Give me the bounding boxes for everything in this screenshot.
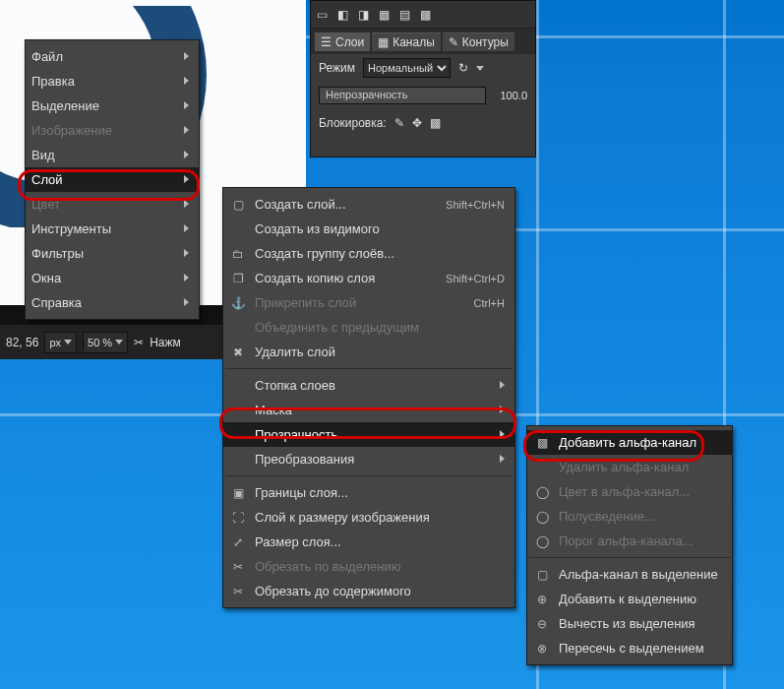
mode-label: Режим bbox=[319, 61, 355, 75]
bounds-icon: ▣ bbox=[229, 484, 247, 502]
tool-icon[interactable]: ▩ bbox=[420, 8, 431, 22]
dock-toolbar: ▭ ◧ ◨ ▦ ▤ ▩ bbox=[311, 1, 535, 29]
menu-windows[interactable]: Окна bbox=[26, 266, 199, 290]
duplicate-icon: ❐ bbox=[229, 270, 247, 287]
layer-crop-content[interactable]: ✂Обрезать до содержимого bbox=[223, 579, 514, 603]
selection-intersect-icon: ⊗ bbox=[533, 640, 551, 658]
menu-help[interactable]: Справка bbox=[26, 290, 199, 315]
layer-stack[interactable]: Стопка слоев bbox=[223, 373, 514, 398]
layer-new-group[interactable]: 🗀Создать группу слоёв... bbox=[223, 241, 514, 266]
scale-icon: ⤢ bbox=[229, 533, 247, 551]
layer-new[interactable]: ▢Создать слой...Shift+Ctrl+N bbox=[223, 192, 514, 217]
zoom-select[interactable]: 50 % bbox=[83, 332, 128, 353]
dock-tabs: ☰Слои ▦Каналы ✎Контуры bbox=[311, 29, 535, 54]
layers-icon: ☰ bbox=[321, 35, 332, 49]
submenu-arrow-icon bbox=[184, 52, 189, 60]
alpha-to-selection[interactable]: ▢Альфа-канал в выделение bbox=[527, 562, 732, 587]
layer-transparency[interactable]: Прозрачность bbox=[223, 422, 514, 447]
opacity-label: Непрозрачность bbox=[326, 89, 407, 100]
tool-icon[interactable]: ▤ bbox=[399, 8, 410, 22]
tab-channels[interactable]: ▦Каналы bbox=[372, 32, 441, 51]
menu-separator bbox=[225, 368, 513, 369]
crop-icon: ✂ bbox=[229, 583, 247, 600]
new-layer-icon: ▢ bbox=[229, 196, 247, 214]
menu-file[interactable]: Файл bbox=[26, 44, 199, 69]
anchor-icon: ⚓ bbox=[229, 294, 247, 312]
layer-crop-selection[interactable]: ✂Обрезать по выделению bbox=[223, 554, 514, 579]
unit-select[interactable]: px bbox=[44, 332, 77, 353]
menu-image[interactable]: Изображение bbox=[26, 118, 199, 143]
opacity-value: 100.0 bbox=[500, 90, 527, 101]
chevron-down-icon bbox=[115, 340, 123, 344]
layer-merge-down[interactable]: Объединить с предыдущим bbox=[223, 315, 514, 340]
layer-new-visible[interactable]: Создать из видимого bbox=[223, 217, 514, 241]
pointer-coords: 82, 56 bbox=[6, 336, 38, 349]
lock-pixels-icon[interactable]: ✎ bbox=[394, 116, 404, 130]
selection-replace-icon: ▢ bbox=[533, 566, 551, 584]
selection-add-icon: ⊕ bbox=[533, 591, 551, 608]
tab-paths[interactable]: ✎Контуры bbox=[443, 32, 514, 51]
reset-icon[interactable]: ↻ bbox=[458, 61, 468, 75]
layer-duplicate[interactable]: ❐Создать копию слояShift+Ctrl+D bbox=[223, 266, 514, 290]
status-hint: Нажм bbox=[150, 336, 181, 349]
tool-icon[interactable]: ◨ bbox=[358, 8, 369, 22]
lock-label: Блокировка: bbox=[319, 116, 387, 130]
layer-boundary[interactable]: ▣Границы слоя... bbox=[223, 480, 514, 505]
intersect-selection[interactable]: ⊗Пересечь с выделением bbox=[527, 636, 732, 660]
lock-position-icon[interactable]: ✥ bbox=[412, 116, 422, 130]
scissors-icon: ✂ bbox=[134, 336, 144, 349]
layer-delete[interactable]: ✖Удалить слой bbox=[223, 340, 514, 364]
circle-icon: ◯ bbox=[533, 483, 551, 501]
color-to-alpha[interactable]: ◯Цвет в альфа-канал... bbox=[527, 479, 732, 504]
folder-icon: 🗀 bbox=[229, 245, 247, 263]
mode-select[interactable]: Нормальный bbox=[363, 58, 451, 78]
threshold-alpha[interactable]: ◯Порог альфа-канала... bbox=[527, 529, 732, 553]
layer-scale[interactable]: ⤢Размер слоя... bbox=[223, 530, 514, 554]
layer-mask[interactable]: Маска bbox=[223, 398, 514, 422]
lock-row: Блокировка: ✎ ✥ ▩ bbox=[311, 109, 535, 137]
semi-flatten[interactable]: ◯Полусведение... bbox=[527, 504, 732, 529]
layer-transform[interactable]: Преобразования bbox=[223, 447, 514, 471]
menu-select[interactable]: Выделение bbox=[26, 94, 199, 118]
chevron-down-icon[interactable] bbox=[476, 66, 484, 71]
desktop-background: 82, 56 px 50 % ✂ Нажм ▭ ◧ ◨ ▦ ▤ ▩ ☰Слои … bbox=[0, 0, 784, 689]
layers-dock: ▭ ◧ ◨ ▦ ▤ ▩ ☰Слои ▦Каналы ✎Контуры Режим… bbox=[310, 0, 536, 157]
main-menu: Файл Правка Выделение Изображение Вид Сл… bbox=[25, 39, 200, 320]
menu-tools[interactable]: Инструменты bbox=[26, 217, 199, 241]
menu-layer[interactable]: Слой bbox=[26, 167, 199, 192]
blend-mode-row: Режим Нормальный ↻ bbox=[311, 54, 535, 82]
selection-subtract-icon: ⊖ bbox=[533, 615, 551, 633]
circle-icon: ◯ bbox=[533, 508, 551, 526]
menu-edit[interactable]: Правка bbox=[26, 69, 199, 94]
lock-alpha-icon[interactable]: ▩ bbox=[430, 116, 441, 130]
tool-icon[interactable]: ◧ bbox=[337, 8, 348, 22]
add-alpha-channel[interactable]: ▩Добавить альфа-канал bbox=[527, 430, 732, 455]
add-to-selection[interactable]: ⊕Добавить к выделению bbox=[527, 587, 732, 611]
menu-separator bbox=[225, 475, 513, 476]
layer-submenu: ▢Создать слой...Shift+Ctrl+N Создать из … bbox=[222, 187, 515, 608]
layer-to-image-size[interactable]: ⛶Слой к размеру изображения bbox=[223, 505, 514, 530]
circle-icon: ◯ bbox=[533, 532, 551, 550]
crop-icon: ✂ bbox=[229, 558, 247, 576]
menu-filters[interactable]: Фильтры bbox=[26, 241, 199, 266]
delete-icon: ✖ bbox=[229, 344, 247, 361]
chevron-down-icon bbox=[64, 340, 72, 344]
paths-icon: ✎ bbox=[449, 35, 458, 49]
menu-view[interactable]: Вид bbox=[26, 143, 199, 167]
tab-layers[interactable]: ☰Слои bbox=[315, 32, 370, 51]
channels-icon: ▦ bbox=[378, 35, 389, 49]
opacity-row: Непрозрачность 100.0 bbox=[311, 82, 535, 109]
layer-anchor[interactable]: ⚓Прикрепить слойCtrl+H bbox=[223, 290, 514, 315]
menu-separator bbox=[529, 557, 730, 558]
tool-icon[interactable]: ▦ bbox=[379, 8, 390, 22]
transparency-submenu: ▩Добавить альфа-канал Удалить альфа-кана… bbox=[526, 425, 733, 665]
subtract-from-selection[interactable]: ⊖Вычесть из выделения bbox=[527, 611, 732, 636]
remove-alpha-channel[interactable]: Удалить альфа-канал bbox=[527, 455, 732, 479]
fit-icon: ⛶ bbox=[229, 509, 247, 527]
menu-color[interactable]: Цвет bbox=[26, 192, 199, 217]
checker-icon: ▩ bbox=[533, 434, 551, 452]
opacity-slider[interactable]: Непрозрачность bbox=[319, 87, 486, 104]
tool-icon[interactable]: ▭ bbox=[317, 8, 328, 22]
